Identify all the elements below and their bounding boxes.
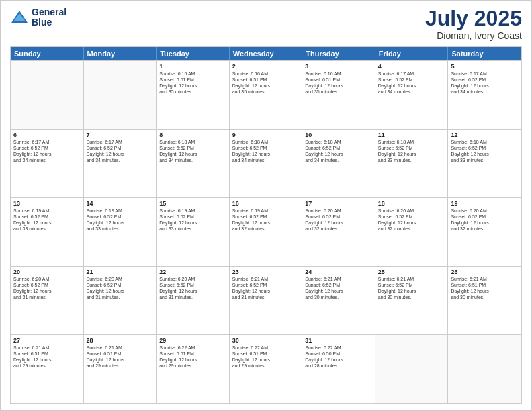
calendar-cell [11, 61, 84, 129]
calendar-cell: 13Sunrise: 6:19 AM Sunset: 6:52 PM Dayli… [11, 198, 84, 266]
calendar-cell: 20Sunrise: 6:20 AM Sunset: 6:52 PM Dayli… [11, 267, 84, 334]
cell-info-text: Sunrise: 6:20 AM Sunset: 6:52 PM Dayligh… [13, 276, 81, 300]
calendar-cell: 9Sunrise: 6:18 AM Sunset: 6:52 PM Daylig… [230, 130, 303, 197]
cell-date-number: 12 [451, 132, 519, 138]
weekday-header: Sunday [11, 47, 84, 60]
cell-date-number: 23 [232, 269, 300, 275]
calendar-cell: 8Sunrise: 6:18 AM Sunset: 6:52 PM Daylig… [157, 130, 230, 197]
cell-date-number: 29 [159, 337, 226, 344]
calendar-cell [375, 335, 449, 403]
cell-date-number: 8 [159, 132, 226, 138]
cell-date-number: 30 [232, 337, 300, 344]
calendar-cell: 27Sunrise: 6:21 AM Sunset: 6:51 PM Dayli… [11, 335, 84, 403]
cell-info-text: Sunrise: 6:20 AM Sunset: 6:52 PM Dayligh… [87, 276, 154, 300]
calendar-cell [448, 335, 521, 403]
calendar-cell: 5Sunrise: 6:17 AM Sunset: 6:52 PM Daylig… [448, 61, 521, 129]
weekday-header: Monday [84, 47, 157, 60]
cell-date-number: 24 [305, 269, 372, 275]
calendar-cell: 19Sunrise: 6:20 AM Sunset: 6:52 PM Dayli… [448, 198, 521, 266]
weekday-header: Saturday [448, 47, 521, 60]
calendar-body: 1Sunrise: 6:16 AM Sunset: 6:51 PM Daylig… [11, 60, 521, 403]
calendar-cell: 18Sunrise: 6:20 AM Sunset: 6:52 PM Dayli… [375, 198, 449, 266]
cell-info-text: Sunrise: 6:21 AM Sunset: 6:51 PM Dayligh… [13, 345, 81, 369]
calendar-week: 27Sunrise: 6:21 AM Sunset: 6:51 PM Dayli… [11, 334, 521, 403]
cell-info-text: Sunrise: 6:21 AM Sunset: 6:52 PM Dayligh… [232, 276, 300, 300]
cell-info-text: Sunrise: 6:16 AM Sunset: 6:51 PM Dayligh… [159, 71, 226, 95]
month-title: July 2025 [425, 7, 522, 29]
location-title: Dioman, Ivory Coast [425, 30, 522, 41]
calendar-header: SundayMondayTuesdayWednesdayThursdayFrid… [11, 47, 521, 60]
cell-info-text: Sunrise: 6:21 AM Sunset: 6:51 PM Dayligh… [87, 345, 154, 369]
cell-info-text: Sunrise: 6:20 AM Sunset: 6:52 PM Dayligh… [378, 208, 445, 232]
cell-date-number: 20 [13, 269, 81, 275]
weekday-header: Friday [375, 47, 449, 60]
cell-info-text: Sunrise: 6:18 AM Sunset: 6:52 PM Dayligh… [378, 139, 445, 163]
calendar-cell: 11Sunrise: 6:18 AM Sunset: 6:52 PM Dayli… [375, 130, 449, 197]
cell-date-number: 4 [378, 63, 445, 70]
cell-info-text: Sunrise: 6:22 AM Sunset: 6:51 PM Dayligh… [159, 345, 226, 369]
cell-date-number: 31 [305, 337, 372, 344]
calendar-cell: 24Sunrise: 6:21 AM Sunset: 6:52 PM Dayli… [302, 267, 375, 334]
calendar-cell: 23Sunrise: 6:21 AM Sunset: 6:52 PM Dayli… [230, 267, 303, 334]
calendar-week: 1Sunrise: 6:16 AM Sunset: 6:51 PM Daylig… [11, 60, 521, 129]
cell-date-number: 14 [87, 200, 154, 207]
weekday-header: Thursday [302, 47, 375, 60]
cell-info-text: Sunrise: 6:19 AM Sunset: 6:52 PM Dayligh… [232, 208, 300, 232]
cell-date-number: 15 [159, 200, 226, 207]
cell-info-text: Sunrise: 6:18 AM Sunset: 6:52 PM Dayligh… [305, 139, 372, 163]
cell-info-text: Sunrise: 6:21 AM Sunset: 6:52 PM Dayligh… [378, 276, 445, 300]
cell-info-text: Sunrise: 6:20 AM Sunset: 6:52 PM Dayligh… [451, 208, 519, 232]
calendar-cell: 31Sunrise: 6:22 AM Sunset: 6:50 PM Dayli… [302, 335, 375, 403]
cell-info-text: Sunrise: 6:17 AM Sunset: 6:52 PM Dayligh… [378, 71, 445, 95]
cell-date-number: 11 [378, 132, 445, 138]
calendar-cell: 1Sunrise: 6:16 AM Sunset: 6:51 PM Daylig… [157, 61, 230, 129]
cell-info-text: Sunrise: 6:16 AM Sunset: 6:51 PM Dayligh… [232, 71, 300, 95]
calendar-week: 13Sunrise: 6:19 AM Sunset: 6:52 PM Dayli… [11, 197, 521, 266]
weekday-header: Wednesday [230, 47, 303, 60]
cell-info-text: Sunrise: 6:21 AM Sunset: 6:51 PM Dayligh… [451, 276, 519, 300]
cell-date-number: 22 [159, 269, 226, 275]
cell-date-number: 3 [305, 63, 372, 70]
cell-info-text: Sunrise: 6:18 AM Sunset: 6:52 PM Dayligh… [451, 139, 519, 163]
cell-info-text: Sunrise: 6:20 AM Sunset: 6:52 PM Dayligh… [159, 276, 226, 300]
calendar-week: 20Sunrise: 6:20 AM Sunset: 6:52 PM Dayli… [11, 266, 521, 334]
calendar-cell: 28Sunrise: 6:21 AM Sunset: 6:51 PM Dayli… [84, 335, 157, 403]
cell-date-number: 5 [451, 63, 519, 70]
cell-date-number: 6 [13, 132, 81, 138]
weekday-header: Tuesday [157, 47, 230, 60]
cell-date-number: 16 [232, 200, 300, 207]
cell-info-text: Sunrise: 6:20 AM Sunset: 6:52 PM Dayligh… [305, 208, 372, 232]
calendar-cell: 15Sunrise: 6:19 AM Sunset: 6:52 PM Dayli… [157, 198, 230, 266]
cell-info-text: Sunrise: 6:17 AM Sunset: 6:52 PM Dayligh… [87, 139, 154, 163]
calendar-cell: 6Sunrise: 6:17 AM Sunset: 6:52 PM Daylig… [11, 130, 84, 197]
calendar-cell: 17Sunrise: 6:20 AM Sunset: 6:52 PM Dayli… [302, 198, 375, 266]
logo-text: General Blue [32, 7, 66, 28]
calendar-cell: 3Sunrise: 6:16 AM Sunset: 6:51 PM Daylig… [302, 61, 375, 129]
cell-info-text: Sunrise: 6:18 AM Sunset: 6:52 PM Dayligh… [159, 139, 226, 163]
calendar-cell: 29Sunrise: 6:22 AM Sunset: 6:51 PM Dayli… [157, 335, 230, 403]
calendar-cell: 4Sunrise: 6:17 AM Sunset: 6:52 PM Daylig… [375, 61, 449, 129]
cell-date-number: 21 [87, 269, 154, 275]
cell-info-text: Sunrise: 6:19 AM Sunset: 6:52 PM Dayligh… [159, 208, 226, 232]
cell-date-number: 27 [13, 337, 81, 344]
title-block: July 2025 Dioman, Ivory Coast [425, 7, 522, 41]
calendar-cell: 22Sunrise: 6:20 AM Sunset: 6:52 PM Dayli… [157, 267, 230, 334]
calendar-cell: 14Sunrise: 6:19 AM Sunset: 6:52 PM Dayli… [84, 198, 157, 266]
cell-info-text: Sunrise: 6:16 AM Sunset: 6:51 PM Dayligh… [305, 71, 372, 95]
calendar-cell: 10Sunrise: 6:18 AM Sunset: 6:52 PM Dayli… [302, 130, 375, 197]
calendar-cell: 12Sunrise: 6:18 AM Sunset: 6:52 PM Dayli… [448, 130, 521, 197]
cell-info-text: Sunrise: 6:18 AM Sunset: 6:52 PM Dayligh… [232, 139, 300, 163]
cell-date-number: 25 [378, 269, 445, 275]
cell-date-number: 17 [305, 200, 372, 207]
calendar-cell: 2Sunrise: 6:16 AM Sunset: 6:51 PM Daylig… [230, 61, 303, 129]
cell-date-number: 18 [378, 200, 445, 207]
calendar: SundayMondayTuesdayWednesdayThursdayFrid… [10, 46, 522, 404]
page: General Blue July 2025 Dioman, Ivory Coa… [0, 0, 532, 411]
cell-date-number: 1 [159, 63, 226, 70]
calendar-cell: 30Sunrise: 6:22 AM Sunset: 6:51 PM Dayli… [230, 335, 303, 403]
cell-info-text: Sunrise: 6:17 AM Sunset: 6:52 PM Dayligh… [13, 139, 81, 163]
cell-info-text: Sunrise: 6:17 AM Sunset: 6:52 PM Dayligh… [451, 71, 519, 95]
cell-date-number: 2 [232, 63, 300, 70]
cell-info-text: Sunrise: 6:19 AM Sunset: 6:52 PM Dayligh… [13, 208, 81, 232]
calendar-cell: 7Sunrise: 6:17 AM Sunset: 6:52 PM Daylig… [84, 130, 157, 197]
